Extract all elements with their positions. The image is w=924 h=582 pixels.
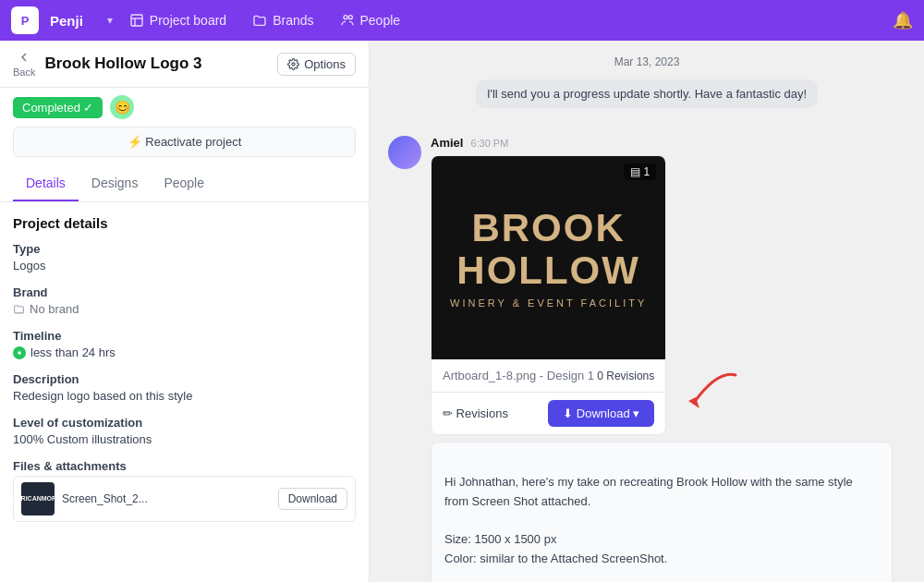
svg-point-3 xyxy=(344,16,347,19)
design-brand-line1: BROOK xyxy=(450,207,647,249)
back-arrow-icon xyxy=(17,50,31,65)
date-divider: Mar 13, 2023 xyxy=(388,55,906,68)
avatar-image xyxy=(388,136,421,169)
description-group: Description Redesign logo based on this … xyxy=(13,372,356,403)
chat-content: Mar 13, 2023 I'll send you a progress up… xyxy=(370,41,924,582)
back-label: Back xyxy=(13,67,35,78)
timeline-dot-icon xyxy=(13,346,26,359)
type-value: Logos xyxy=(13,259,356,273)
customization-value: 100% Custom illustrations xyxy=(13,432,356,446)
type-label: Type xyxy=(13,242,356,256)
customization-group: Level of customization 100% Custom illus… xyxy=(13,416,356,446)
nav-people[interactable]: People xyxy=(331,9,410,31)
design-filename: Artboard_1-8.png - Design 1 xyxy=(443,369,594,382)
nav-brands[interactable]: Brands xyxy=(243,9,322,31)
completed-badge: Completed ✓ xyxy=(13,97,103,118)
brand-label: Brand xyxy=(13,285,356,299)
gear-icon xyxy=(287,58,299,70)
nav-project-board[interactable]: Project board xyxy=(120,9,236,31)
download-design-button[interactable]: ⬇ Download ▾ xyxy=(548,400,654,427)
details-section: Project details Type Logos Brand No bran… xyxy=(0,202,369,548)
main-layout: Back Brook Hollow Logo 3 Options Complet… xyxy=(0,41,924,582)
design-sub-text: WINERY & EVENT FACILITY xyxy=(450,297,647,309)
section-title: Project details xyxy=(13,215,356,231)
people-icon xyxy=(340,13,355,28)
design-image-inner: BROOK HOLLOW WINERY & EVENT FACILITY xyxy=(432,188,665,327)
message-text: Hi Johnathan, here's my take on recreati… xyxy=(431,442,893,582)
customization-label: Level of customization xyxy=(13,416,356,430)
description-label: Description xyxy=(13,372,356,386)
brand-caret-icon: ▾ xyxy=(107,14,113,27)
tab-people[interactable]: People xyxy=(151,166,217,201)
app-brand-name: Penji xyxy=(50,13,83,29)
folder-small-icon xyxy=(13,303,25,315)
status-row: Completed ✓ 😊 xyxy=(0,88,369,127)
svg-point-4 xyxy=(348,16,352,19)
download-file-button[interactable]: Download xyxy=(278,488,347,510)
document-icon xyxy=(129,13,144,28)
left-panel: Back Brook Hollow Logo 3 Options Complet… xyxy=(0,41,370,582)
back-button[interactable]: Back xyxy=(13,50,35,78)
message-content: Amiel 6:30 PM ▤ 1 BROOK xyxy=(431,136,906,582)
timeline-value: less than 24 hrs xyxy=(13,346,356,359)
revisions-row: ✏ Revisions ⬇ Download ▾ xyxy=(432,393,665,434)
timeline-group: Timeline less than 24 hrs xyxy=(13,329,356,359)
app-logo[interactable]: P xyxy=(11,6,39,34)
message-time: 6:30 PM xyxy=(470,138,508,149)
design-badge: ▤ 1 xyxy=(624,164,656,180)
brand-group: Brand No brand xyxy=(13,285,356,316)
design-footer: Artboard_1-8.png - Design 1 0 Revisions xyxy=(432,359,665,393)
brand-value: No brand xyxy=(13,302,356,316)
svg-point-5 xyxy=(292,62,295,65)
project-title: Brook Hollow Logo 3 xyxy=(44,55,201,73)
files-section: Files & attachments AMERICAN MORTAR Scre… xyxy=(13,459,356,522)
file-thumbnail: AMERICAN MORTAR xyxy=(21,482,55,515)
description-value: Redesign logo based on this style xyxy=(13,389,356,403)
amiel-message-row: Amiel 6:30 PM ▤ 1 BROOK xyxy=(388,136,906,582)
folder-icon xyxy=(252,13,267,28)
sender-name: Amiel xyxy=(431,136,463,150)
tab-details[interactable]: Details xyxy=(13,166,79,201)
design-brand-line2: HOLLOW xyxy=(450,249,647,292)
tab-designs[interactable]: Designs xyxy=(79,166,152,201)
reactivate-button[interactable]: ⚡ Reactivate project xyxy=(13,127,356,157)
type-group: Type Logos xyxy=(13,242,356,273)
file-name: Screen_Shot_2... xyxy=(62,492,271,505)
options-button[interactable]: Options xyxy=(277,53,356,76)
sender-row: Amiel 6:30 PM xyxy=(431,136,906,150)
timeline-label: Timeline xyxy=(13,329,356,343)
previous-message: I'll send you a progress update shortly.… xyxy=(476,79,818,108)
top-navigation: P Penji ▾ Project board Brands People 🔔 xyxy=(0,0,924,41)
svg-point-6 xyxy=(18,351,20,354)
right-panel: Mar 13, 2023 I'll send you a progress up… xyxy=(370,41,924,582)
design-card: ▤ 1 BROOK HOLLOW WINERY & EVENT FACILITY xyxy=(431,155,666,435)
file-item: AMERICAN MORTAR Screen_Shot_2... Downloa… xyxy=(13,476,356,522)
panel-header: Back Brook Hollow Logo 3 Options xyxy=(0,41,369,88)
files-label: Files & attachments xyxy=(13,459,356,473)
revisions-count: 0 Revisions xyxy=(597,370,654,382)
design-image: ▤ 1 BROOK HOLLOW WINERY & EVENT FACILITY xyxy=(432,156,665,359)
revisions-button[interactable]: ✏ Revisions xyxy=(443,406,508,420)
red-arrow-annotation xyxy=(666,366,740,430)
avatar xyxy=(388,136,421,169)
notifications-bell-icon[interactable]: 🔔 xyxy=(893,10,913,30)
svg-rect-0 xyxy=(131,15,142,26)
smiley-icon: 😊 xyxy=(110,95,134,119)
tabs-row: Details Designs People xyxy=(0,166,369,202)
